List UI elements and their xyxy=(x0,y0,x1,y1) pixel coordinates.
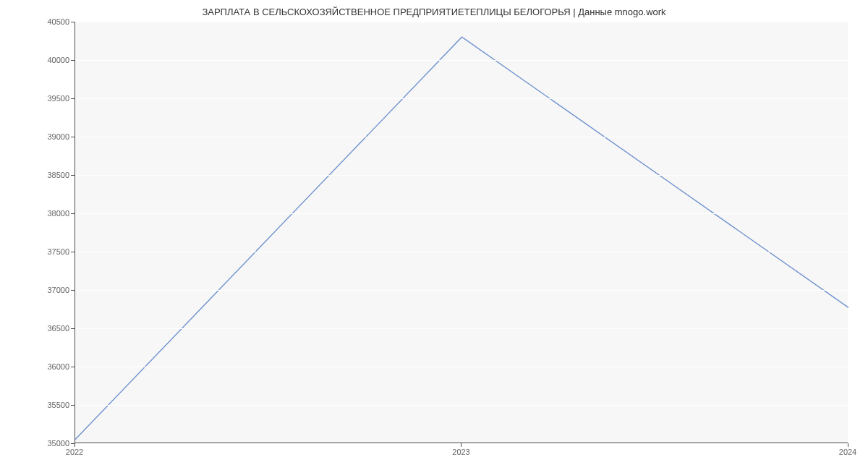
y-tick-label: 40500 xyxy=(47,17,69,26)
gridline xyxy=(75,443,848,444)
gridline xyxy=(75,98,848,99)
y-tick-label: 40000 xyxy=(47,56,69,64)
y-tick-mark xyxy=(71,175,75,176)
y-tick-label: 39000 xyxy=(47,132,69,141)
y-tick-mark xyxy=(71,367,75,367)
y-tick-mark xyxy=(71,137,75,137)
y-tick-label: 39500 xyxy=(47,94,69,103)
gridline xyxy=(75,137,848,137)
chart-title: ЗАРПЛАТА В СЕЛЬСКОХОЗЯЙСТВЕННОЕ ПРЕДПРИЯ… xyxy=(0,7,868,17)
gridline xyxy=(75,252,848,252)
y-tick-mark xyxy=(71,60,75,61)
y-tick-mark xyxy=(71,328,75,329)
chart-container: ЗАРПЛАТА В СЕЛЬСКОХОЗЯЙСТВЕННОЕ ПРЕДПРИЯ… xyxy=(0,0,868,470)
y-tick-mark xyxy=(71,290,75,291)
y-tick-label: 36500 xyxy=(47,324,69,333)
x-tick-label: 2023 xyxy=(452,448,469,456)
gridline xyxy=(75,22,848,22)
y-tick-mark xyxy=(71,98,75,99)
gridline xyxy=(75,290,848,291)
x-tick-label: 2022 xyxy=(66,448,83,456)
y-tick-label: 35000 xyxy=(47,439,69,448)
x-tick-mark xyxy=(75,443,75,447)
gridline xyxy=(75,213,848,214)
y-tick-label: 38000 xyxy=(47,209,69,218)
gridline xyxy=(75,367,848,367)
y-tick-label: 36000 xyxy=(47,362,69,371)
gridline xyxy=(75,405,848,406)
line-series xyxy=(75,22,848,443)
y-tick-mark xyxy=(71,22,75,22)
y-tick-mark xyxy=(71,252,75,252)
x-tick-label: 2024 xyxy=(839,448,856,456)
gridline xyxy=(75,328,848,329)
plot-area xyxy=(75,22,848,443)
y-tick-label: 35500 xyxy=(47,401,69,409)
x-tick-mark xyxy=(461,443,461,447)
y-tick-label: 38500 xyxy=(47,171,69,179)
gridline xyxy=(75,60,848,61)
y-tick-mark xyxy=(71,213,75,214)
y-tick-label: 37500 xyxy=(47,247,69,256)
y-tick-mark xyxy=(71,405,75,406)
y-tick-label: 37000 xyxy=(47,286,69,294)
x-tick-mark xyxy=(848,443,848,447)
gridline xyxy=(75,175,848,176)
